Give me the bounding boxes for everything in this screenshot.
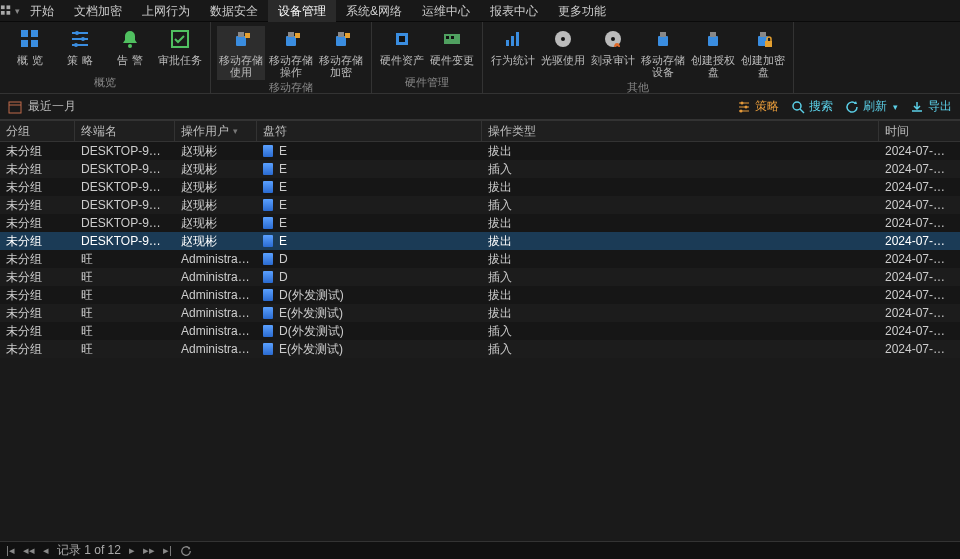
ribbon-btn-approval[interactable]: 审批任务 (156, 26, 204, 68)
cell: 旺 (75, 341, 175, 358)
ribbon-btn-hw-assets[interactable]: 硬件资产 (378, 26, 426, 68)
ribbon-btn-optical[interactable]: 光驱使用 (539, 26, 587, 68)
col-user[interactable]: 操作用户▾ (175, 121, 257, 141)
cell: 旺 (75, 305, 175, 322)
nav-prev[interactable]: ◂ (43, 544, 49, 557)
tab-6[interactable]: 运维中心 (412, 0, 480, 22)
svg-rect-13 (236, 36, 246, 46)
svg-line-47 (800, 109, 804, 113)
cell: 拔出 (482, 233, 879, 250)
date-range-filter[interactable]: 最近一月 (8, 98, 76, 115)
ribbon-btn-label: 移动存储操作 (267, 54, 315, 78)
col-terminal[interactable]: 终端名 (75, 121, 175, 141)
svg-rect-3 (7, 11, 11, 15)
cell: 赵现彬 (175, 233, 257, 250)
table-row[interactable]: 未分组旺AdministratorD(外发测试)拔出2024-07-31 18:… (0, 286, 960, 304)
cell: 拔出 (482, 143, 879, 160)
svg-point-33 (611, 37, 615, 41)
ribbon-btn-ms-encrypt[interactable]: 移动存储加密 (317, 26, 365, 80)
usb-icon (330, 28, 352, 50)
ribbon-btn-burn[interactable]: 刻录审计 (589, 26, 637, 68)
ribbon-btn-ms-ops[interactable]: 移动存储操作 (267, 26, 315, 80)
nav-first[interactable]: |◂ (6, 544, 15, 557)
svg-point-9 (81, 37, 85, 41)
export-button[interactable]: 导出 (910, 98, 952, 115)
table-header: 分组 终端名 操作用户▾ 盘符 操作类型 时间 (0, 120, 960, 142)
svg-point-45 (740, 109, 743, 112)
tab-0[interactable]: 开始 (20, 0, 64, 22)
table-row[interactable]: 未分组DESKTOP-9G8NA80赵现彬E拔出2024-07-31 18:56… (0, 142, 960, 160)
tab-5[interactable]: 系统&网络 (336, 0, 412, 22)
cell: Administrator (175, 252, 257, 266)
policy-button[interactable]: 策略 (737, 98, 779, 115)
app-menu-handle[interactable]: ▾ (0, 4, 20, 18)
svg-rect-19 (336, 36, 346, 46)
cell: E (257, 180, 482, 194)
tab-4[interactable]: 设备管理 (268, 0, 336, 22)
table-row[interactable]: 未分组旺AdministratorD(外发测试)插入2024-07-31 18:… (0, 322, 960, 340)
col-group[interactable]: 分组 (0, 121, 75, 141)
cell: 未分组 (0, 287, 75, 304)
cell: 赵现彬 (175, 179, 257, 196)
svg-rect-18 (295, 33, 300, 38)
status-refresh[interactable] (180, 545, 192, 557)
ribbon-btn-ms-device[interactable]: 移动存储设备 (639, 26, 687, 80)
cell: 未分组 (0, 197, 75, 214)
table-row[interactable]: 未分组旺AdministratorD拔出2024-07-31 18:54:12 (0, 250, 960, 268)
table-row[interactable]: 未分组DESKTOP-9G8NA80赵现彬E拔出2024-07-31 18:56… (0, 214, 960, 232)
ribbon-btn-alert[interactable]: 告 警 (106, 26, 154, 68)
svg-rect-21 (345, 33, 350, 38)
col-op[interactable]: 操作类型 (482, 121, 879, 141)
export-icon (910, 100, 924, 114)
refresh-button[interactable]: 刷新 ▾ (845, 98, 898, 115)
ribbon-btn-ms-use[interactable]: 移动存储使用 (217, 26, 265, 80)
usb-drive-icon (263, 235, 273, 247)
table-row[interactable]: 未分组旺AdministratorE(外发测试)拔出2024-07-31 18:… (0, 304, 960, 322)
usb2-icon (652, 28, 674, 50)
table-row[interactable]: 未分组DESKTOP-9G8NA80赵现彬E插入2024-07-31 18:56… (0, 196, 960, 214)
cell: 未分组 (0, 215, 75, 232)
cell: 未分组 (0, 269, 75, 286)
cell: 插入 (482, 341, 879, 358)
tab-3[interactable]: 数据安全 (200, 0, 268, 22)
svg-rect-41 (9, 102, 21, 113)
ribbon-btn-policy[interactable]: 策 略 (56, 26, 104, 68)
col-drive[interactable]: 盘符 (257, 121, 482, 141)
tab-1[interactable]: 文档加密 (64, 0, 132, 22)
cell: 插入 (482, 269, 879, 286)
cell: E(外发测试) (257, 341, 482, 358)
ribbon-btn-label: 告 警 (117, 54, 142, 66)
ribbon-btn-enc-disk[interactable]: 创建加密盘 (739, 26, 787, 80)
tab-7[interactable]: 报表中心 (480, 0, 548, 22)
ribbon-btn-auth-disk[interactable]: 创建授权盘 (689, 26, 737, 80)
table-row[interactable]: 未分组DESKTOP-9G8NA80赵现彬E拔出2024-07-31 18:56… (0, 178, 960, 196)
nav-last[interactable]: ▸| (163, 544, 172, 557)
cell: 未分组 (0, 251, 75, 268)
table-row[interactable]: 未分组DESKTOP-9G8NA80赵现彬E拔出2024-07-31 18:56… (0, 232, 960, 250)
nav-prev-page[interactable]: ◂◂ (23, 544, 35, 557)
table-row[interactable]: 未分组旺AdministratorD插入2024-07-31 18:54:10 (0, 268, 960, 286)
cell: Administrator (175, 342, 257, 356)
svg-rect-16 (286, 36, 296, 46)
ribbon-btn-hw-change[interactable]: 硬件变更 (428, 26, 476, 68)
tab-2[interactable]: 上网行为 (132, 0, 200, 22)
ribbon-btn-behavior[interactable]: 行为统计 (489, 26, 537, 68)
table-row[interactable]: 未分组旺AdministratorE(外发测试)插入2024-07-31 18:… (0, 340, 960, 358)
search-button[interactable]: 搜索 (791, 98, 833, 115)
nav-next[interactable]: ▸ (129, 544, 135, 557)
nav-next-page[interactable]: ▸▸ (143, 544, 155, 557)
ribbon-group-label: 移动存储 (269, 80, 313, 98)
table-row[interactable]: 未分组DESKTOP-9G8NA80赵现彬E插入2024-07-31 18:56… (0, 160, 960, 178)
cell: 旺 (75, 287, 175, 304)
cell: Administrator (175, 288, 257, 302)
ribbon-group-0: 概 览策 略告 警审批任务概览 (0, 22, 211, 93)
disc-fire-icon (602, 28, 624, 50)
svg-rect-36 (708, 36, 718, 46)
cell: 拔出 (482, 287, 879, 304)
tab-8[interactable]: 更多功能 (548, 0, 616, 22)
col-time[interactable]: 时间 (879, 121, 960, 141)
ribbon-btn-overview[interactable]: 概 览 (6, 26, 54, 68)
sort-icon: ▾ (233, 126, 238, 136)
cell: 赵现彬 (175, 215, 257, 232)
cell: 未分组 (0, 233, 75, 250)
